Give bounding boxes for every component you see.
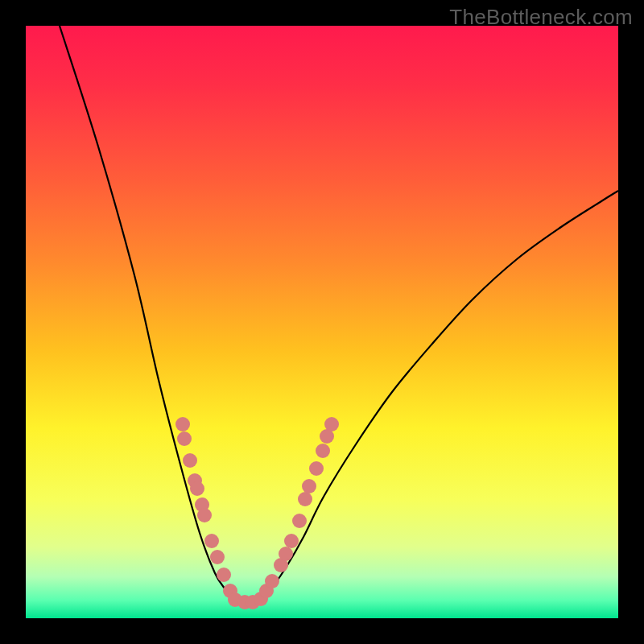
plot-area [26,26,618,618]
data-dot [316,444,330,458]
data-dot [284,534,299,548]
scatter-dots-left [175,417,260,609]
watermark-text: TheBottleneck.com [449,5,633,30]
outer-frame: TheBottleneck.com [0,0,644,644]
chart-overlay [26,26,618,618]
data-dot [210,550,225,564]
data-dot [175,417,190,431]
data-dot [302,479,316,493]
data-dot [183,453,197,468]
data-dot [265,574,279,588]
data-dot [217,568,231,582]
data-dot [197,508,212,522]
data-dot [190,481,204,496]
data-dot [324,417,339,431]
data-dot [309,461,324,476]
bottleneck-curve [60,26,618,602]
data-dot [204,534,219,548]
data-dot [292,514,307,528]
data-dot [298,492,312,506]
data-dot [177,431,192,446]
data-dot [279,547,293,561]
scatter-dots-right [254,417,339,606]
